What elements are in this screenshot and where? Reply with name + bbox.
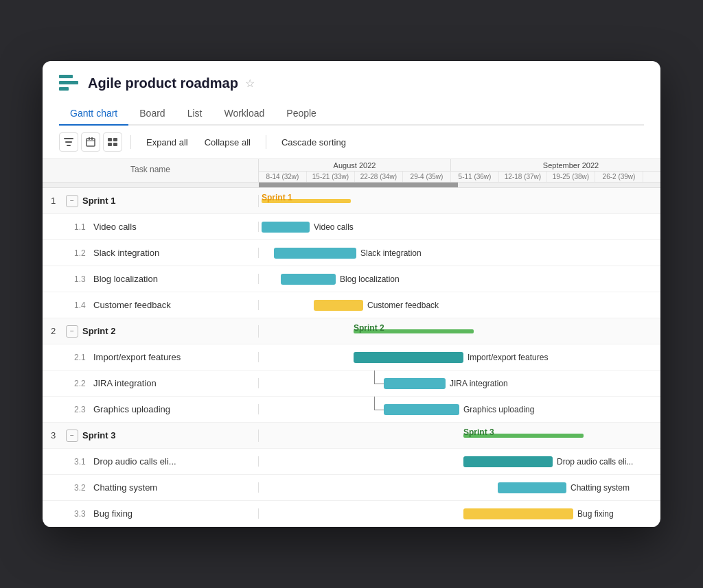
tab-gantt-chart[interactable]: Gantt chart (59, 102, 128, 126)
task-name-3-1: Drop audio calls eli... (93, 456, 176, 467)
week-36: 5-11 (36w) (451, 172, 499, 182)
bar-label-3-3: Bug fixing (577, 509, 614, 519)
bar-label-1-4: Customer feedback (367, 301, 439, 310)
bar-3-2 (498, 482, 566, 493)
sprint3-label: Sprint 3 (463, 427, 494, 437)
month-september: September 2022 (451, 159, 660, 172)
sprint2-num: 2 (51, 326, 66, 336)
gantt-icon (59, 73, 81, 93)
week-37: 12-18 (37w) (499, 172, 547, 182)
dep-line-2-2-v (374, 371, 375, 384)
task-name-3-3: Bug fixing (93, 508, 132, 519)
task-num-3-1: 3.1 (74, 457, 93, 467)
bar-2-1 (354, 352, 463, 363)
row-sprint2: 2 − Sprint 2 Sprint 2 (43, 318, 660, 344)
row-2-3: 2.3 Graphics uploading Graphics uploadin… (43, 397, 660, 423)
sprint1-num: 1 (51, 196, 66, 206)
dep-line-2-3-v (374, 397, 375, 410)
task-name-2-2: JIRA integration (93, 378, 157, 388)
tab-list[interactable]: List (176, 102, 214, 126)
dep-line-2-2-h (374, 384, 384, 384)
cascade-sorting-button[interactable]: Cascade sorting (275, 134, 353, 150)
svg-rect-12 (108, 143, 112, 146)
bar-1-1 (262, 222, 310, 233)
svg-rect-0 (59, 75, 73, 78)
svg-rect-8 (89, 137, 90, 140)
row-3-2: 3.2 Chatting system Chatting system (43, 475, 660, 501)
row-1-2: 1.2 Slack integration Slack integration (43, 240, 660, 266)
bar-label-1-3: Blog localization (340, 274, 400, 284)
star-icon[interactable]: ☆ (245, 77, 255, 90)
week-33: 15-21 (33w) (307, 172, 355, 182)
week-32: 8-14 (32w) (259, 172, 307, 182)
month-august: August 2022 (259, 159, 451, 172)
row-3-1: 3.1 Drop audio calls eli... Drop audio c… (43, 449, 660, 475)
week-39: 26-2 (39w) (595, 172, 643, 182)
group-icon[interactable] (103, 132, 122, 152)
expand-all-button[interactable]: Expand all (139, 134, 195, 150)
gantt-body: 1 − Sprint 1 Sprint 1 1.1 Video calls (43, 188, 660, 527)
bar-1-4 (314, 300, 363, 311)
row-sprint1: 1 − Sprint 1 Sprint 1 (43, 188, 660, 214)
bar-label-1-2: Slack integration (360, 248, 422, 258)
svg-rect-3 (64, 138, 73, 139)
sprint3-name: Sprint 3 (82, 430, 115, 440)
svg-rect-1 (59, 81, 78, 84)
task-name-1-3: Blog localization (93, 274, 158, 284)
title-row: Agile product roadmap ☆ (59, 73, 644, 93)
task-num-1-1: 1.1 (74, 222, 93, 232)
svg-rect-2 (59, 87, 69, 91)
row-1-3: 1.3 Blog localization Blog localization (43, 266, 660, 292)
tab-board[interactable]: Board (128, 102, 176, 126)
svg-rect-13 (113, 143, 117, 146)
bar-label-1-1: Video calls (314, 222, 354, 232)
task-name-1-4: Customer feedback (93, 300, 171, 310)
row-3-3: 3.3 Bug fixing Bug fixing (43, 501, 660, 527)
task-num-1-2: 1.2 (74, 248, 93, 258)
toolbar-divider-1 (130, 135, 131, 149)
tab-workload[interactable]: Workload (213, 102, 275, 126)
task-num-1-3: 1.3 (74, 274, 93, 284)
row-2-2: 2.2 JIRA integration JIRA integration (43, 371, 660, 397)
bar-label-3-2: Chatting system (571, 483, 630, 493)
dep-line-2-3-h (374, 410, 384, 410)
bar-3-1 (463, 456, 553, 467)
task-name-2-1: Import/export features (93, 352, 181, 362)
task-num-3-2: 3.2 (74, 483, 93, 493)
sprint3-collapse[interactable]: − (66, 430, 78, 442)
row-sprint3: 3 − Sprint 3 Sprint 3 (43, 423, 660, 449)
header: Agile product roadmap ☆ Gantt chart Boar… (43, 61, 660, 126)
row-2-1: 2.1 Import/export features Import/export… (43, 344, 660, 371)
bar-2-2 (384, 378, 446, 389)
task-num-1-4: 1.4 (74, 301, 93, 310)
sprint1-collapse[interactable]: − (66, 195, 78, 207)
svg-rect-4 (65, 141, 72, 143)
task-num-2-1: 2.1 (74, 353, 93, 362)
nav-tabs: Gantt chart Board List Workload People (59, 102, 644, 126)
bar-label-2-3: Graphics uploading (463, 405, 534, 414)
bar-2-3 (384, 404, 459, 415)
svg-rect-5 (67, 145, 71, 146)
calendar-icon[interactable] (81, 132, 100, 152)
toolbar-divider-2 (266, 135, 266, 149)
sprint2-label: Sprint 2 (354, 323, 384, 333)
tab-people[interactable]: People (275, 102, 327, 126)
svg-rect-9 (91, 137, 93, 140)
row-1-4: 1.4 Customer feedback Customer feedback (43, 292, 660, 318)
sprint2-collapse[interactable]: − (66, 325, 78, 338)
bar-1-2 (274, 248, 356, 259)
bar-3-3 (463, 508, 573, 519)
svg-rect-11 (113, 138, 117, 141)
task-name-3-2: Chatting system (93, 482, 157, 493)
svg-rect-10 (108, 138, 112, 141)
progress-fill (259, 183, 458, 187)
week-39b: 3-9 (643, 172, 660, 182)
sprint1-name: Sprint 1 (82, 196, 115, 206)
row-1-1: 1.1 Video calls Video calls (43, 214, 660, 240)
collapse-all-button[interactable]: Collapse all (198, 134, 257, 150)
task-num-3-3: 3.3 (74, 509, 93, 519)
task-name-2-3: Graphics uploading (93, 404, 170, 414)
week-35: 29-4 (35w) (403, 172, 451, 182)
filter-icon[interactable] (59, 132, 78, 152)
task-col-header: Task name (43, 159, 259, 182)
